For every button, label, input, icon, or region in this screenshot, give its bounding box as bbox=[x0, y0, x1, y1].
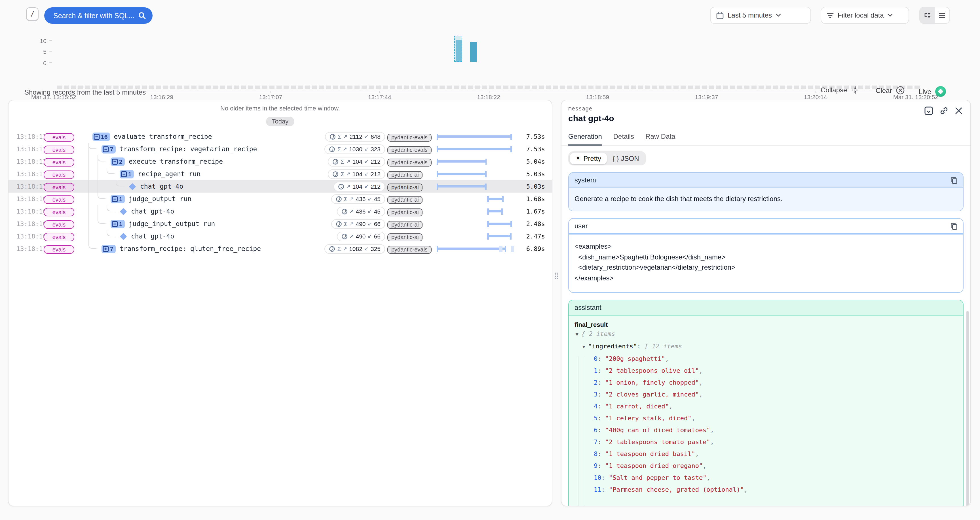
trace-row[interactable]: 13:18:11evals7transform_recipe: vegetari… bbox=[8, 143, 552, 155]
evals-badge[interactable]: evals bbox=[44, 146, 74, 154]
collapse-chip[interactable]: 1 bbox=[111, 195, 125, 203]
detail-scrollbar[interactable] bbox=[966, 311, 969, 506]
panel-resize-handle[interactable]: ⣿ bbox=[552, 272, 561, 279]
token-usage-pill[interactable]: ↗490↙66 bbox=[337, 231, 385, 241]
span-duration: 6.89s bbox=[521, 245, 552, 252]
token-usage-pill[interactable]: ↗104↙212 bbox=[334, 182, 385, 191]
token-usage-pill[interactable]: Σ↗1030↙323 bbox=[325, 144, 385, 154]
chevron-expanded-icon[interactable]: ▼ bbox=[576, 328, 581, 341]
trace-row[interactable]: 13:18:11evals7transform_recipe: gluten_f… bbox=[8, 243, 552, 255]
descendant-count: 1 bbox=[119, 220, 123, 227]
tree-view-button[interactable] bbox=[920, 7, 935, 23]
scope-tag[interactable]: pydantic-ai bbox=[387, 171, 423, 179]
sigma-icon: Σ bbox=[340, 171, 344, 177]
scope-tag[interactable]: pydantic-ai bbox=[387, 208, 423, 216]
tab-raw-data[interactable]: Raw Data bbox=[645, 133, 675, 145]
user-prompt-line: <examples> bbox=[574, 241, 957, 252]
token-usage-pill[interactable]: Σ↗1082↙325 bbox=[325, 244, 385, 254]
copy-icon[interactable] bbox=[950, 222, 957, 230]
evals-badge[interactable]: evals bbox=[44, 171, 74, 179]
json-toggle-button[interactable]: { } JSON bbox=[607, 153, 644, 164]
token-usage-pill[interactable]: Σ↗104↙212 bbox=[328, 157, 385, 166]
duration-gantt-bar[interactable] bbox=[437, 185, 487, 187]
duration-gantt-bar[interactable] bbox=[437, 248, 506, 250]
time-range-dropdown[interactable]: Last 5 minutes bbox=[710, 7, 811, 24]
duration-gantt-bar[interactable] bbox=[487, 198, 503, 200]
expand-chip[interactable]: 7 bbox=[102, 244, 116, 253]
token-usage-pill[interactable]: ↗436↙45 bbox=[337, 206, 385, 216]
collapse-label: Collapse bbox=[821, 86, 847, 94]
row-timestamp: 13:18:11 bbox=[8, 170, 44, 178]
json-ingredient-item: 9: "1 teaspoon dried oregano", bbox=[574, 460, 957, 472]
input-tokens: 436 bbox=[356, 208, 366, 215]
duration-gantt-bar[interactable] bbox=[487, 211, 503, 212]
duration-gantt-bar[interactable] bbox=[487, 223, 512, 225]
histogram-bar[interactable] bbox=[470, 42, 477, 62]
evals-badge[interactable]: evals bbox=[44, 233, 74, 241]
scope-tag[interactable]: pydantic-evals bbox=[387, 159, 431, 166]
tab-details[interactable]: Details bbox=[613, 133, 634, 145]
row-timestamp: 13:18:16 bbox=[8, 208, 44, 215]
sigma-icon: Σ bbox=[344, 196, 347, 202]
collapse-chip[interactable]: 2 bbox=[111, 157, 125, 166]
x-axis-tick-label: 13:17:07 bbox=[259, 94, 282, 100]
copy-link-icon[interactable] bbox=[940, 106, 948, 115]
token-usage-pill[interactable]: Σ↗2112↙648 bbox=[325, 132, 385, 141]
duration-gantt-bar[interactable] bbox=[437, 136, 512, 138]
tab-generation[interactable]: Generation bbox=[568, 133, 602, 145]
search-input[interactable]: Search & filter with SQL... bbox=[44, 7, 153, 24]
records-histogram[interactable]: 0510Mar 31. 13:15:5213:16:2913:17:0713:1… bbox=[0, 27, 980, 75]
token-usage-pill[interactable]: Σ↗104↙212 bbox=[328, 169, 385, 179]
trace-row[interactable]: 13:18:11evals2execute transform_recipeΣ↗… bbox=[8, 155, 552, 168]
evals-badge[interactable]: evals bbox=[44, 133, 74, 142]
gantt-gap-marker bbox=[511, 246, 514, 252]
duration-gantt-bar[interactable] bbox=[437, 173, 487, 175]
trace-row[interactable]: 13:18:11evalschat gpt-4o↗104↙212pydantic… bbox=[8, 180, 552, 193]
trace-row[interactable]: 13:18:16evals1judge_input_output runΣ↗49… bbox=[8, 217, 552, 230]
scope-tag[interactable]: pydantic-ai bbox=[387, 233, 423, 241]
scope-tag[interactable]: pydantic-evals bbox=[387, 146, 431, 154]
duration-gantt-bar[interactable] bbox=[437, 148, 512, 150]
scope-tag[interactable]: pydantic-ai bbox=[387, 183, 423, 191]
token-coin-icon bbox=[329, 146, 336, 152]
scope-tag[interactable]: pydantic-evals bbox=[387, 133, 431, 141]
selected-time-bucket[interactable] bbox=[454, 36, 462, 62]
close-icon[interactable] bbox=[955, 106, 963, 115]
time-range-label: Last 5 minutes bbox=[728, 11, 772, 19]
evals-badge[interactable]: evals bbox=[44, 208, 74, 216]
trace-row[interactable]: 13:18:11evals1recipe_agent runΣ↗104↙212p… bbox=[8, 168, 552, 180]
collapse-chip[interactable]: 1 bbox=[111, 219, 125, 228]
span-duration: 5.04s bbox=[521, 158, 552, 165]
filter-local-data-dropdown[interactable]: Filter local data bbox=[821, 7, 909, 24]
evals-badge[interactable]: evals bbox=[44, 245, 74, 254]
scope-tag[interactable]: pydantic-evals bbox=[387, 246, 431, 254]
copy-icon[interactable] bbox=[950, 176, 957, 184]
pretty-toggle-button[interactable]: ✦ Pretty bbox=[570, 153, 607, 164]
evals-badge[interactable]: evals bbox=[44, 195, 74, 204]
chevron-expanded-icon[interactable]: ▼ bbox=[582, 341, 588, 353]
clear-button[interactable]: Clear bbox=[876, 86, 904, 95]
list-view-button[interactable] bbox=[935, 7, 950, 23]
collapse-chip[interactable]: 7 bbox=[102, 145, 116, 153]
scope-tag[interactable]: pydantic-ai bbox=[387, 196, 423, 204]
collapse-chip[interactable]: 1 bbox=[120, 170, 134, 178]
trace-row[interactable]: 13:18:11evals16evaluate transform_recipe… bbox=[8, 130, 552, 143]
token-usage-pill[interactable]: Σ↗436↙45 bbox=[331, 194, 385, 204]
span-name: transform_recipe: vegetarian_recipe bbox=[120, 145, 257, 153]
evals-badge[interactable]: evals bbox=[44, 158, 74, 166]
evals-badge[interactable]: evals bbox=[44, 183, 74, 192]
evals-badge[interactable]: evals bbox=[44, 220, 74, 229]
trace-row[interactable]: 13:18:16evals1judge_output runΣ↗436↙45py… bbox=[8, 193, 552, 205]
dock-panel-icon[interactable] bbox=[924, 106, 933, 115]
collapse-button[interactable]: Collapse bbox=[821, 86, 859, 94]
scope-tag[interactable]: pydantic-ai bbox=[387, 220, 423, 228]
token-usage-pill[interactable]: Σ↗490↙66 bbox=[331, 219, 385, 228]
trace-row[interactable]: 13:18:16evalschat gpt-4o↗436↙45pydantic-… bbox=[8, 205, 552, 217]
live-toggle[interactable]: Live bbox=[919, 86, 946, 97]
duration-gantt-bar[interactable] bbox=[487, 235, 512, 237]
collapse-chip[interactable]: 16 bbox=[92, 132, 110, 141]
trace-row[interactable]: 13:18:16evalschat gpt-4o↗490↙66pydantic-… bbox=[8, 230, 552, 243]
duration-gantt-bar[interactable] bbox=[437, 160, 487, 163]
span-name: recipe_agent run bbox=[138, 170, 201, 178]
input-tokens-arrow-icon: ↗ bbox=[343, 146, 347, 152]
